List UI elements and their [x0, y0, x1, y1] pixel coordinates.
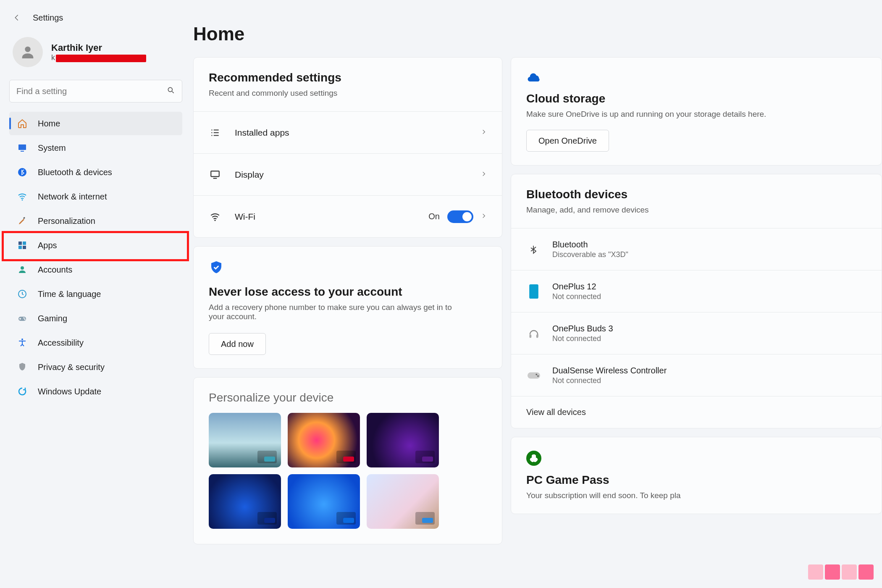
svg-point-15: [24, 318, 25, 319]
title-bar: Settings: [9, 8, 182, 31]
theme-option-0[interactable]: [209, 413, 281, 467]
open-onedrive-button[interactable]: Open OneDrive: [526, 130, 609, 152]
card-recommended: Recommended settings Recent and commonly…: [193, 57, 502, 238]
cloud-body: Make sure OneDrive is up and running on …: [526, 110, 866, 119]
bt-status: Not connected: [552, 376, 667, 385]
card-bluetooth: Bluetooth devices Manage, add, and remov…: [511, 174, 882, 428]
bt-device-bluetooth[interactable]: BluetoothDiscoverable as "X3D": [511, 228, 882, 270]
sidebar-item-windows-update[interactable]: Windows Update: [9, 380, 182, 403]
svg-point-25: [536, 373, 537, 375]
person-icon: [17, 264, 28, 275]
gamepass-body: Your subscription will end soon. To keep…: [526, 491, 866, 500]
svg-rect-9: [23, 242, 26, 245]
sidebar-item-time-language[interactable]: Time & language: [9, 282, 182, 306]
bt-name: OnePlus 12: [552, 282, 601, 291]
bt-status: Not connected: [552, 292, 601, 301]
sidebar-item-label: Bluetooth & devices: [38, 168, 112, 177]
accessibility-icon: [17, 337, 28, 348]
theme-accent-preview: [257, 512, 277, 525]
svg-point-6: [22, 200, 23, 201]
sidebar-item-personalization[interactable]: Personalization: [9, 209, 182, 233]
bt-device-oneplus-buds-3[interactable]: OnePlus Buds 3Not connected: [511, 312, 882, 354]
sidebar-item-bluetooth-devices[interactable]: Bluetooth & devices: [9, 160, 182, 184]
main: Home Recommended settings Recent and com…: [193, 0, 882, 588]
sidebar-item-label: Windows Update: [38, 387, 101, 396]
view-all-devices-link[interactable]: View all devices: [511, 396, 882, 428]
theme-option-5[interactable]: [367, 474, 439, 529]
theme-option-4[interactable]: [288, 474, 360, 529]
svg-rect-23: [536, 334, 538, 338]
theme-accent-preview: [257, 451, 277, 463]
bt-icon: [526, 242, 541, 257]
recommended-title: Recommended settings: [209, 71, 487, 84]
search-input[interactable]: [16, 87, 167, 96]
svg-rect-8: [18, 242, 22, 245]
bt-status: Discoverable as "X3D": [552, 250, 628, 259]
brush-icon: [17, 215, 28, 226]
theme-option-3[interactable]: [209, 474, 281, 529]
recovery-title: Never lose access to your account: [209, 285, 487, 299]
bluetooth-title: Bluetooth devices: [526, 188, 866, 201]
xbox-icon: [526, 451, 541, 466]
row-label: Display: [235, 170, 481, 180]
profile-block[interactable]: Karthik Iyer k: [9, 31, 182, 76]
card-personalize: Personalize your device: [193, 377, 502, 544]
sidebar-item-accessibility[interactable]: Accessibility: [9, 331, 182, 354]
sidebar-item-label: Accounts: [38, 265, 72, 275]
search-box[interactable]: [9, 80, 182, 102]
sidebar-item-label: System: [38, 143, 66, 153]
avatar: [13, 37, 43, 67]
theme-option-2[interactable]: [367, 413, 439, 467]
gamepad-icon: [17, 313, 28, 324]
sidebar-item-home[interactable]: Home: [9, 112, 182, 135]
sidebar-item-label: Privacy & security: [38, 362, 105, 372]
sidebar-item-label: Apps: [38, 241, 57, 250]
recommended-subtitle: Recent and commonly used settings: [209, 89, 487, 98]
profile-name: Karthik Iyer: [51, 42, 102, 53]
col-left: Recommended settings Recent and commonly…: [193, 57, 502, 544]
sidebar-item-gaming[interactable]: Gaming: [9, 307, 182, 330]
bt-device-dualsense-wireless-controller[interactable]: DualSense Wireless ControllerNot connect…: [511, 354, 882, 396]
chevron-right-icon: [481, 213, 487, 220]
svg-rect-4: [21, 151, 24, 152]
toggle-state-label: On: [428, 212, 440, 221]
personalize-title: Personalize your device: [209, 391, 487, 404]
card-recovery: Never lose access to your account Add a …: [193, 246, 502, 369]
svg-rect-22: [530, 334, 532, 338]
wifi-toggle[interactable]: [447, 210, 473, 223]
bt-name: DualSense Wireless Controller: [552, 366, 667, 375]
list-icon: [209, 126, 221, 139]
svg-point-12: [21, 266, 24, 270]
card-cloud: Cloud storage Make sure OneDrive is up a…: [511, 57, 882, 165]
bt-name: Bluetooth: [552, 240, 628, 249]
sidebar-item-apps[interactable]: Apps: [9, 234, 182, 257]
row-display[interactable]: Display: [194, 153, 502, 195]
headphones-icon: [526, 326, 541, 341]
sidebar-item-label: Home: [38, 119, 60, 129]
svg-point-17: [21, 339, 23, 340]
sidebar-item-system[interactable]: System: [9, 136, 182, 160]
window-title: Settings: [33, 13, 63, 23]
svg-point-0: [25, 47, 30, 52]
chevron-right-icon: [481, 129, 487, 136]
theme-accent-preview: [415, 512, 435, 525]
svg-point-5: [18, 168, 26, 176]
sidebar-item-accounts[interactable]: Accounts: [9, 258, 182, 281]
gamepass-title: PC Game Pass: [526, 473, 866, 487]
clock-icon: [17, 289, 28, 299]
back-button[interactable]: [11, 12, 23, 24]
chevron-right-icon: [481, 171, 487, 178]
theme-accent-preview: [336, 451, 356, 463]
sidebar-item-network-internet[interactable]: Network & internet: [9, 185, 182, 208]
bluetooth-icon: [17, 167, 28, 178]
xda-watermark: [808, 564, 874, 580]
sidebar-item-privacy-security[interactable]: Privacy & security: [9, 355, 182, 379]
row-label: Wi-Fi: [235, 212, 428, 222]
system-icon: [17, 142, 28, 153]
add-now-button[interactable]: Add now: [209, 333, 266, 355]
row-wi-fi[interactable]: Wi-FiOn: [194, 195, 502, 237]
bt-device-oneplus-12[interactable]: OnePlus 12Not connected: [511, 270, 882, 312]
row-installed-apps[interactable]: Installed apps: [194, 111, 502, 153]
apps-icon: [17, 240, 28, 251]
theme-option-1[interactable]: [288, 413, 360, 467]
